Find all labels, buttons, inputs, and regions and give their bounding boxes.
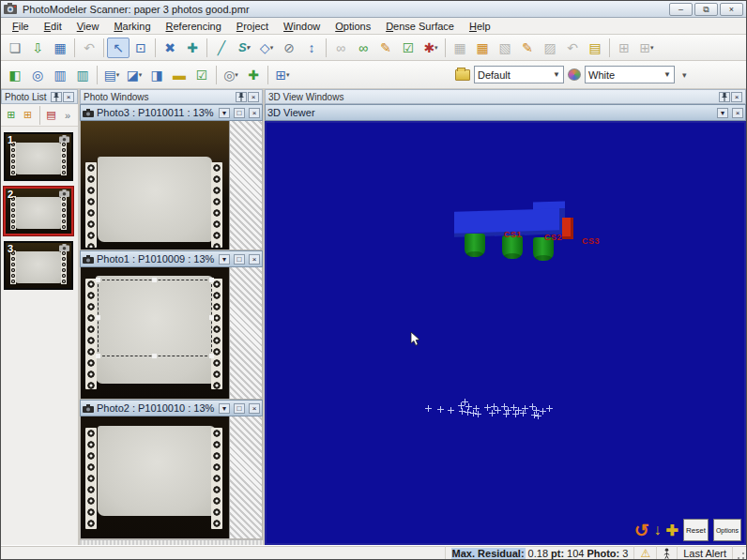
model-cylinder[interactable] xyxy=(465,234,485,257)
process-icon[interactable]: ✱ xyxy=(419,38,442,58)
mark-points-icon[interactable]: ✖ xyxy=(159,38,181,58)
photo-list-header[interactable]: Photo List × xyxy=(1,89,78,104)
mark-shapes-icon[interactable]: ◇ xyxy=(255,38,278,58)
horizontal-scrollbar[interactable] xyxy=(80,539,263,545)
reference-mode-icon[interactable]: ∞ xyxy=(329,38,352,58)
maximize-icon[interactable]: □ xyxy=(234,108,245,118)
open-project-icon[interactable]: ⇩ xyxy=(26,38,49,58)
mark-edges-icon[interactable]: ↕ xyxy=(300,38,323,58)
3d-viewer-canvas[interactable]: CS1CS2CS3 ↺↓✚ Reset Options xyxy=(265,121,746,545)
point-marker[interactable] xyxy=(540,408,546,415)
menu-item[interactable]: Help xyxy=(462,19,498,34)
close-icon[interactable]: × xyxy=(732,108,743,118)
window-menu-icon[interactable]: ▾ xyxy=(219,254,230,265)
menu-item[interactable]: Referencing xyxy=(159,19,229,34)
photo-table-icon[interactable]: ▦ xyxy=(471,38,494,58)
open-photo-window-icon[interactable]: ◨ xyxy=(145,65,168,85)
reset-view-button[interactable]: Reset xyxy=(683,519,709,541)
window-menu-icon[interactable]: ▾ xyxy=(219,108,230,118)
alert-warning-indicator[interactable]: ⚠ xyxy=(634,546,657,560)
photo3-title-bar[interactable]: Photo3 : P1010011 : 13% ▾ □ × xyxy=(80,104,263,121)
table-layout-icon[interactable]: ⊞ xyxy=(271,65,294,85)
photo-thumbnail-3[interactable]: 3 xyxy=(4,241,73,290)
close-icon[interactable]: × xyxy=(249,108,260,118)
toolbar-overflow-chevron[interactable]: ▾ xyxy=(682,70,687,80)
chevron-down-icon[interactable]: ▼ xyxy=(663,70,671,79)
close-icon[interactable]: × xyxy=(731,92,742,102)
material-combo[interactable]: White ▼ xyxy=(585,66,675,83)
notes-table-icon[interactable]: ▤ xyxy=(584,38,606,58)
maximize-icon[interactable]: □ xyxy=(234,403,245,414)
save-project-icon[interactable]: ▦ xyxy=(49,38,71,58)
idealize-icon[interactable]: ☑ xyxy=(191,65,213,85)
photo2-title-bar[interactable]: Photo2 : P1010010 : 13% ▾ □ × xyxy=(80,400,263,416)
chart-window-icon[interactable]: ▥ xyxy=(49,65,71,85)
title-bar[interactable]: PhotoModeler Scanner: paper 3 photos goo… xyxy=(1,1,746,18)
menu-item[interactable]: Project xyxy=(229,19,276,34)
point-marker[interactable] xyxy=(503,411,510,417)
edit-table-icon[interactable]: ✎ xyxy=(516,38,539,58)
imports-table-icon[interactable]: ▨ xyxy=(539,38,561,58)
3d-viewer-title-bar[interactable]: 3D Viewer ▾ × xyxy=(265,104,746,121)
open-3d-view-icon[interactable]: ◪ xyxy=(123,65,145,85)
mark-curves-icon[interactable]: S xyxy=(233,38,255,58)
chevron-down-icon[interactable]: ▼ xyxy=(553,70,560,79)
filmstrip-icon[interactable]: ▤ xyxy=(42,107,59,124)
photo1-canvas[interactable] xyxy=(80,267,263,400)
last-alert-button[interactable]: Last Alert xyxy=(678,546,733,560)
toolbar-overflow-chevron[interactable]: » xyxy=(59,107,76,124)
undo-icon[interactable]: ↶ xyxy=(78,38,100,58)
point-marker[interactable] xyxy=(520,410,526,416)
window-menu-icon[interactable]: ▾ xyxy=(717,108,728,118)
options-button[interactable]: Options xyxy=(713,519,741,541)
model-red-part[interactable] xyxy=(562,218,573,239)
photo-thumbnail-2[interactable]: 2 xyxy=(4,187,73,235)
close-button[interactable]: × xyxy=(720,3,743,16)
rotate-tool-icon[interactable]: ↺ xyxy=(634,520,649,541)
menu-item[interactable]: Marking xyxy=(106,19,158,34)
point-marker[interactable] xyxy=(425,405,432,412)
menu-item[interactable]: Edit xyxy=(37,19,69,34)
zoom-tool-icon[interactable]: ◎ xyxy=(220,65,242,85)
point-marker[interactable] xyxy=(546,405,553,412)
point-marker[interactable] xyxy=(512,411,519,417)
table-windows-icon[interactable]: ▤ xyxy=(100,65,123,85)
user-status-indicator[interactable] xyxy=(657,546,678,560)
auto-reference-icon[interactable]: ∞ xyxy=(352,38,374,58)
audit-icon[interactable]: ☑ xyxy=(397,38,419,58)
point-table-icon[interactable]: ▦ xyxy=(449,38,471,58)
photo-review-icon[interactable]: ◎ xyxy=(26,65,49,85)
close-icon[interactable]: × xyxy=(249,254,260,265)
target-edit-icon[interactable]: ✎ xyxy=(374,38,397,58)
pan-3d-tool-icon[interactable]: ✚ xyxy=(666,522,678,539)
subpixel-target-icon[interactable]: ✚ xyxy=(181,38,204,58)
select-region-icon[interactable]: ⊡ xyxy=(130,38,152,58)
menu-item[interactable]: Dense Surface xyxy=(378,19,462,34)
pin-icon[interactable] xyxy=(236,92,247,102)
open-photo-icon[interactable]: ⊞ xyxy=(3,107,20,124)
window-layout-save-icon[interactable]: ⊞ xyxy=(635,38,658,58)
new-project-icon[interactable]: ❏ xyxy=(4,38,26,58)
minimize-button[interactable]: – xyxy=(669,3,693,16)
close-icon[interactable]: × xyxy=(63,92,74,102)
close-icon[interactable]: × xyxy=(249,403,260,414)
window-menu-icon[interactable]: ▾ xyxy=(219,403,230,414)
close-icon[interactable]: × xyxy=(248,92,259,102)
photo-windows-header[interactable]: Photo Windows × xyxy=(80,89,263,104)
photo1-title-bar[interactable]: Photo1 : P1010009 : 13% ▾ □ × xyxy=(80,250,263,267)
3d-view-header[interactable]: 3D View Windows × xyxy=(265,89,746,104)
add-photo-icon[interactable]: ⊞ xyxy=(20,107,37,124)
marks-table-icon[interactable]: ▧ xyxy=(494,38,516,58)
pin-icon[interactable] xyxy=(51,92,62,102)
select-items-icon[interactable]: ↖ xyxy=(107,38,130,58)
restore-button[interactable]: ⧉ xyxy=(694,3,718,16)
layer-combo[interactable]: Default ▼ xyxy=(474,66,564,83)
check-window-icon[interactable]: ▥ xyxy=(71,65,94,85)
point-marker[interactable] xyxy=(475,411,481,417)
point-marker[interactable] xyxy=(495,407,501,414)
photo3-canvas[interactable] xyxy=(80,121,263,250)
project-status-icon[interactable]: ◧ xyxy=(4,65,26,85)
mark-cylinders-icon[interactable]: ⊘ xyxy=(278,38,300,58)
pin-icon[interactable] xyxy=(719,92,730,102)
point-marker[interactable] xyxy=(448,407,454,414)
